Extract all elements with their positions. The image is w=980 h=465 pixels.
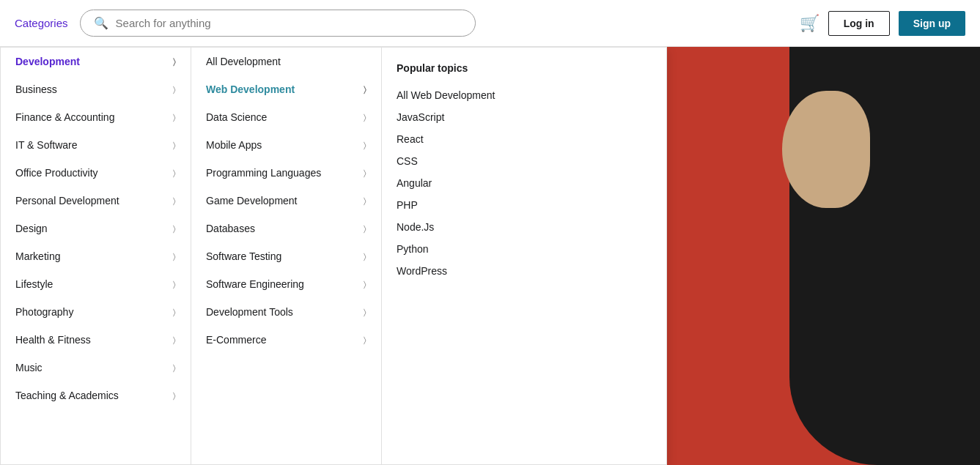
category-label: Lifestyle xyxy=(15,278,53,290)
category-label: Design xyxy=(15,223,48,234)
chevron-right-icon: 〉 xyxy=(173,196,176,206)
category-label: Development xyxy=(15,56,80,67)
chevron-right-icon: 〉 xyxy=(364,252,366,261)
chevron-right-icon: 〉 xyxy=(364,141,366,150)
chevron-right-icon: 〉 xyxy=(364,335,366,345)
popular-topic-item[interactable]: WordPress xyxy=(397,260,558,282)
subcategory-label: Development Tools xyxy=(206,306,293,318)
chevron-right-icon: 〉 xyxy=(173,363,176,373)
popular-topic-item[interactable]: Node.Js xyxy=(397,216,558,238)
subcategory-item[interactable]: Programming Languages〉 xyxy=(191,159,381,187)
category-item[interactable]: Finance & Accounting〉 xyxy=(1,103,191,131)
subcategory-label: Software Engineering xyxy=(206,278,304,290)
category-item[interactable]: Lifestyle〉 xyxy=(1,270,191,298)
category-item[interactable]: Marketing〉 xyxy=(1,242,191,270)
person-silhouette xyxy=(665,47,980,465)
subcategory-item[interactable]: Databases〉 xyxy=(191,215,381,242)
signup-button[interactable]: Sign up xyxy=(899,11,965,36)
subcategory-item[interactable]: E-Commerce〉 xyxy=(191,326,381,354)
category-item[interactable]: Health & Fitness〉 xyxy=(1,326,191,354)
chevron-right-icon: 〉 xyxy=(364,85,366,94)
chevron-right-icon: 〉 xyxy=(173,308,176,317)
popular-topic-item[interactable]: All Web Development xyxy=(397,84,558,106)
chevron-right-icon: 〉 xyxy=(364,224,366,234)
chevron-right-icon: 〉 xyxy=(364,280,366,289)
category-label: Office Productivity xyxy=(15,167,98,179)
category-item[interactable]: Business〉 xyxy=(1,75,191,103)
subcategory-item[interactable]: Mobile Apps〉 xyxy=(191,131,381,159)
subcategory-item[interactable]: Development Tools〉 xyxy=(191,298,381,326)
popular-topic-item[interactable]: CSS xyxy=(397,150,558,172)
categories-nav[interactable]: Categories xyxy=(15,17,68,29)
subcategory-item[interactable]: Software Testing〉 xyxy=(191,242,381,270)
chevron-right-icon: 〉 xyxy=(173,85,176,94)
subcategory-label: Web Development xyxy=(206,83,295,95)
category-item[interactable]: Music〉 xyxy=(1,354,191,382)
subcategory-item[interactable]: Data Science〉 xyxy=(191,103,381,131)
cart-icon[interactable]: 🛒 xyxy=(800,14,819,33)
category-label: Personal Development xyxy=(15,195,119,207)
chevron-right-icon: 〉 xyxy=(173,113,176,122)
hero-person-image xyxy=(665,47,980,465)
chevron-right-icon: 〉 xyxy=(173,168,176,178)
chevron-right-icon: 〉 xyxy=(364,308,366,317)
main-area: Lea Last cal through What d Development〉… xyxy=(0,47,980,465)
category-label: Finance & Accounting xyxy=(15,111,114,123)
category-item[interactable]: Design〉 xyxy=(1,215,191,242)
subcategory-item[interactable]: Software Engineering〉 xyxy=(191,270,381,298)
face-shape xyxy=(782,91,870,208)
login-button[interactable]: Log in xyxy=(828,11,890,36)
chevron-right-icon: 〉 xyxy=(173,57,176,67)
popular-topic-item[interactable]: Python xyxy=(397,238,558,260)
category-item[interactable]: Teaching & Academics〉 xyxy=(1,382,191,409)
header-right: 🛒 Log in Sign up xyxy=(800,11,965,36)
subcategory-label: E-Commerce xyxy=(206,334,266,346)
category-item[interactable]: Personal Development〉 xyxy=(1,187,191,215)
chevron-right-icon: 〉 xyxy=(173,280,176,289)
popular-topic-item[interactable]: PHP xyxy=(397,194,558,216)
category-item[interactable]: Office Productivity〉 xyxy=(1,159,191,187)
chevron-right-icon: 〉 xyxy=(173,335,176,345)
category-label: Health & Fitness xyxy=(15,334,91,346)
category-label: Business xyxy=(15,83,57,95)
subcategory-label: Mobile Apps xyxy=(206,139,262,151)
category-item[interactable]: Development〉 xyxy=(1,48,191,75)
categories-dropdown: Development〉Business〉Finance & Accountin… xyxy=(0,47,667,465)
subcategory-label: Game Development xyxy=(206,195,298,207)
subcategory-item[interactable]: Web Development〉 xyxy=(191,75,381,103)
subcategory-item[interactable]: All Development〉 xyxy=(191,48,381,75)
header: Categories 🔍 🛒 Log in Sign up xyxy=(0,0,980,47)
popular-topic-item[interactable]: JavaScript xyxy=(397,106,558,128)
popular-topic-item[interactable]: React xyxy=(397,128,558,150)
search-icon: 🔍 xyxy=(94,16,108,30)
category-label: Photography xyxy=(15,306,73,318)
subcategory-label: Software Testing xyxy=(206,250,281,262)
dropdown-empty-col xyxy=(572,48,666,464)
chevron-right-icon: 〉 xyxy=(173,224,176,234)
chevron-right-icon: 〉 xyxy=(173,141,176,150)
popular-topics-title: Popular topics xyxy=(397,62,558,74)
search-input[interactable] xyxy=(116,17,462,29)
category-item[interactable]: Photography〉 xyxy=(1,298,191,326)
popular-topics-column: Popular topics All Web DevelopmentJavaSc… xyxy=(382,48,572,464)
category-label: Teaching & Academics xyxy=(15,390,119,401)
category-label: Music xyxy=(15,362,43,373)
main-categories-column: Development〉Business〉Finance & Accountin… xyxy=(1,48,191,464)
subcategories-column: All Development〉Web Development〉Data Sci… xyxy=(191,48,382,464)
category-item[interactable]: IT & Software〉 xyxy=(1,131,191,159)
chevron-right-icon: 〉 xyxy=(173,391,176,401)
subcategory-label: Databases xyxy=(206,223,255,234)
subcategory-label: Data Science xyxy=(206,111,267,123)
subcategory-label: Programming Languages xyxy=(206,167,321,179)
search-bar: 🔍 xyxy=(80,10,476,37)
chevron-right-icon: 〉 xyxy=(364,196,366,206)
chevron-right-icon: 〉 xyxy=(173,252,176,261)
category-label: IT & Software xyxy=(15,139,78,151)
chevron-right-icon: 〉 xyxy=(364,168,366,178)
subcategory-label: All Development xyxy=(206,56,281,67)
subcategory-item[interactable]: Game Development〉 xyxy=(191,187,381,215)
popular-topic-item[interactable]: Angular xyxy=(397,172,558,194)
chevron-right-icon: 〉 xyxy=(364,113,366,122)
category-label: Marketing xyxy=(15,250,60,262)
